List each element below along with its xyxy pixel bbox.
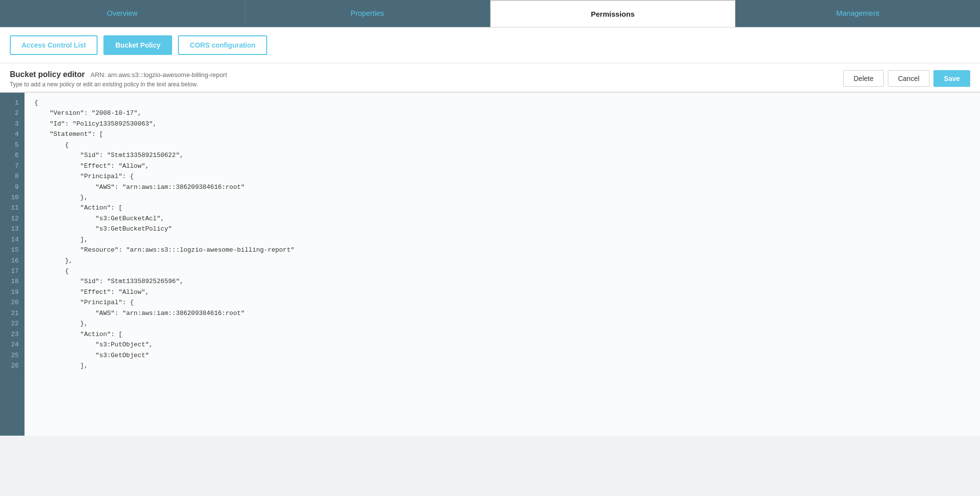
line-numbers: 1234567891011121314151617181920212223242…	[0, 93, 25, 436]
editor-arn: ARN: arn:aws:s3:::logzio-awesome-billing…	[91, 71, 227, 78]
code-content[interactable]: { "Version": "2008-10-17", "Id": "Policy…	[25, 93, 980, 436]
editor-title-section: Bucket policy editor ARN: arn:aws:s3:::l…	[10, 70, 227, 88]
line-number: 20	[0, 297, 25, 308]
line-number: 1	[0, 98, 25, 108]
line-number: 22	[0, 318, 25, 329]
tab-overview[interactable]: Overview	[0, 0, 245, 27]
line-number: 19	[0, 287, 25, 297]
tab-bar: Overview Properties Permissions Manageme…	[0, 0, 980, 27]
line-number: 2	[0, 108, 25, 118]
line-number: 13	[0, 224, 25, 234]
line-number: 16	[0, 256, 25, 266]
line-number: 15	[0, 245, 25, 255]
save-button[interactable]: Save	[933, 70, 970, 87]
subtab-bar: Access Control List Bucket Policy CORS c…	[0, 27, 980, 63]
arn-value: arn:aws:s3:::logzio-awesome-billing-repo…	[108, 71, 227, 78]
line-number: 9	[0, 182, 25, 192]
subtab-cors-button[interactable]: CORS configuration	[178, 35, 267, 55]
line-number: 8	[0, 171, 25, 182]
line-number: 10	[0, 192, 25, 203]
line-number: 12	[0, 213, 25, 224]
arn-label: ARN:	[91, 71, 106, 78]
line-number: 17	[0, 266, 25, 276]
line-number: 26	[0, 361, 25, 371]
line-number: 23	[0, 329, 25, 339]
line-number: 7	[0, 161, 25, 171]
tab-management[interactable]: Management	[735, 0, 980, 27]
line-number: 14	[0, 235, 25, 245]
subtab-acl-button[interactable]: Access Control List	[10, 35, 98, 55]
editor-header: Bucket policy editor ARN: arn:aws:s3:::l…	[0, 63, 980, 92]
line-number: 21	[0, 308, 25, 318]
line-number: 6	[0, 150, 25, 160]
line-number: 24	[0, 339, 25, 350]
tab-permissions[interactable]: Permissions	[490, 0, 736, 27]
line-number: 5	[0, 140, 25, 150]
line-number: 4	[0, 129, 25, 139]
subtab-bucket-policy-button[interactable]: Bucket Policy	[103, 35, 172, 55]
editor-actions: Delete Cancel Save	[843, 70, 970, 87]
code-editor: 1234567891011121314151617181920212223242…	[0, 92, 980, 436]
editor-title-line: Bucket policy editor ARN: arn:aws:s3:::l…	[10, 70, 227, 79]
line-number: 3	[0, 119, 25, 129]
editor-subtitle: Type to add a new policy or edit an exis…	[10, 81, 227, 88]
line-number: 18	[0, 276, 25, 287]
cancel-button[interactable]: Cancel	[888, 70, 930, 87]
editor-title: Bucket policy editor	[10, 70, 85, 78]
line-number: 25	[0, 350, 25, 361]
tab-properties[interactable]: Properties	[245, 0, 490, 27]
line-number: 11	[0, 203, 25, 213]
delete-button[interactable]: Delete	[843, 70, 883, 87]
